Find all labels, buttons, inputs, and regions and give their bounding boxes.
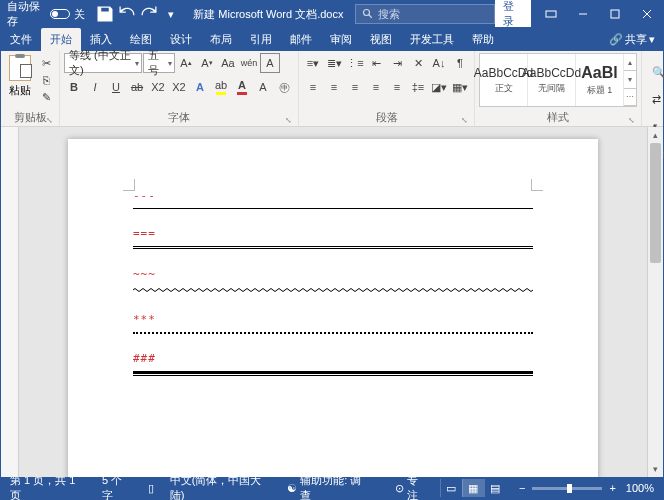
bullets-icon[interactable]: ≡▾ — [303, 53, 323, 73]
save-icon[interactable] — [95, 4, 115, 24]
text-line: === — [133, 227, 533, 240]
replace-icon: ⇄ — [652, 93, 661, 106]
bold-icon[interactable]: B — [64, 77, 84, 97]
word-count[interactable]: 5 个字 — [99, 473, 135, 500]
maximize-icon[interactable] — [599, 1, 631, 27]
font-size-combo[interactable]: 五号▾ — [143, 53, 175, 73]
increase-indent-icon[interactable]: ⇥ — [387, 53, 407, 73]
border-wavy — [133, 287, 533, 293]
vertical-ruler[interactable] — [1, 127, 19, 477]
decrease-indent-icon[interactable]: ⇤ — [366, 53, 386, 73]
text-effects-icon[interactable]: A — [190, 77, 210, 97]
view-buttons: ▭ ▦ ▤ — [440, 479, 506, 497]
read-mode-icon[interactable]: ▭ — [440, 479, 462, 497]
accessibility-indicator[interactable]: ☯ 辅助功能: 调查 — [284, 473, 371, 500]
style-heading1[interactable]: AaBl标题 1 — [576, 54, 624, 106]
style-normal[interactable]: AaBbCcDd正文 — [480, 54, 528, 106]
phonetic-guide-icon[interactable]: wén — [239, 53, 259, 73]
zoom-slider[interactable] — [532, 487, 602, 490]
grow-font-icon[interactable]: A▴ — [176, 53, 196, 73]
char-border-icon[interactable]: A — [260, 53, 280, 73]
line-spacing-icon[interactable]: ‡≡ — [408, 77, 428, 97]
spell-check-icon[interactable]: ▯ — [145, 482, 157, 495]
launcher-icon[interactable]: ⤡ — [46, 116, 53, 125]
share-button[interactable]: 🔗 共享 ▾ — [601, 28, 663, 51]
launcher-icon[interactable]: ⤡ — [628, 116, 635, 125]
close-icon[interactable] — [631, 1, 663, 27]
svg-point-0 — [364, 10, 370, 16]
undo-icon[interactable] — [117, 4, 137, 24]
tab-developer[interactable]: 开发工具 — [401, 28, 463, 51]
shading-icon[interactable]: ◪▾ — [429, 77, 449, 97]
redo-icon[interactable] — [139, 4, 159, 24]
show-marks-icon[interactable]: ¶ — [450, 53, 470, 73]
tab-layout[interactable]: 布局 — [201, 28, 241, 51]
sort-icon[interactable]: A↓ — [429, 53, 449, 73]
borders-icon[interactable]: ▦▾ — [450, 77, 470, 97]
tab-file[interactable]: 文件 — [1, 28, 41, 51]
page-indicator[interactable]: 第 1 页，共 1 页 — [7, 473, 89, 500]
workspace: --- === ~~~ *** ### ▴ ▾ — [1, 127, 663, 477]
enclose-char-icon[interactable]: ㊥ — [274, 77, 294, 97]
align-right-icon[interactable]: ≡ — [345, 77, 365, 97]
font-name-combo[interactable]: 等线 (中文正文)▾ — [64, 53, 142, 73]
web-layout-icon[interactable]: ▤ — [484, 479, 506, 497]
numbering-icon[interactable]: ≣▾ — [324, 53, 344, 73]
subscript-icon[interactable]: X2 — [148, 77, 168, 97]
text-line: --- — [133, 189, 533, 202]
vertical-scrollbar[interactable]: ▴ ▾ — [647, 127, 663, 477]
search-input[interactable]: 搜索 — [355, 4, 494, 24]
page[interactable]: --- === ~~~ *** ### — [68, 139, 598, 477]
minimize-icon[interactable] — [567, 1, 599, 27]
shrink-font-icon[interactable]: A▾ — [197, 53, 217, 73]
style-nospacing[interactable]: AaBbCcDd无间隔 — [528, 54, 576, 106]
superscript-icon[interactable]: X2 — [169, 77, 189, 97]
qat-customize-icon[interactable]: ▾ — [161, 4, 181, 24]
italic-icon[interactable]: I — [85, 77, 105, 97]
align-left-icon[interactable]: ≡ — [303, 77, 323, 97]
ribbon: 粘贴 ✂ ⎘ ✎ 剪贴板⤡ 等线 (中文正文)▾ 五号▾ A▴ A▾ Aa wé… — [1, 51, 663, 127]
zoom-level[interactable]: 100% — [623, 482, 657, 494]
multilevel-icon[interactable]: ⋮≡ — [345, 53, 365, 73]
asian-layout-icon[interactable]: ✕ — [408, 53, 428, 73]
tab-mailings[interactable]: 邮件 — [281, 28, 321, 51]
replace-button[interactable]: ⇄替换 — [648, 90, 664, 109]
font-color-icon[interactable]: A — [232, 77, 252, 97]
change-case-icon[interactable]: Aa — [218, 53, 238, 73]
align-center-icon[interactable]: ≡ — [324, 77, 344, 97]
scroll-down-icon[interactable]: ▾ — [648, 461, 663, 477]
strikethrough-icon[interactable]: ab — [127, 77, 147, 97]
scroll-up-icon[interactable]: ▴ — [648, 127, 663, 143]
launcher-icon[interactable]: ⤡ — [461, 116, 468, 125]
zoom-in-icon[interactable]: + — [606, 482, 618, 494]
tab-help[interactable]: 帮助 — [463, 28, 503, 51]
launcher-icon[interactable]: ⤡ — [285, 116, 292, 125]
zoom-out-icon[interactable]: − — [516, 482, 528, 494]
cut-icon[interactable]: ✂ — [37, 55, 55, 71]
justify-icon[interactable]: ≡ — [366, 77, 386, 97]
underline-icon[interactable]: U — [106, 77, 126, 97]
group-label-paragraph: 段落⤡ — [303, 109, 470, 126]
focus-mode[interactable]: ⊙ 专注 — [392, 473, 430, 500]
find-button[interactable]: 🔍查找 ▾ — [648, 55, 664, 89]
document-title: 新建 Microsoft Word 文档.docx — [185, 7, 351, 22]
format-painter-icon[interactable]: ✎ — [37, 89, 55, 105]
char-shading-icon[interactable]: A — [253, 77, 273, 97]
copy-icon[interactable]: ⎘ — [37, 72, 55, 88]
document-area[interactable]: --- === ~~~ *** ### — [19, 127, 647, 477]
tab-review[interactable]: 审阅 — [321, 28, 361, 51]
highlight-icon[interactable]: ab — [211, 77, 231, 97]
tab-view[interactable]: 视图 — [361, 28, 401, 51]
autosave-toggle[interactable]: 自动保存 关 — [1, 0, 91, 29]
paste-button[interactable]: 粘贴 — [5, 53, 35, 100]
tab-references[interactable]: 引用 — [241, 28, 281, 51]
tab-design[interactable]: 设计 — [161, 28, 201, 51]
print-layout-icon[interactable]: ▦ — [462, 479, 484, 497]
scroll-thumb[interactable] — [650, 143, 661, 263]
style-scroll[interactable]: ▴▾⋯ — [624, 54, 636, 106]
ribbon-display-icon[interactable] — [535, 1, 567, 27]
svg-rect-2 — [546, 11, 556, 17]
distributed-icon[interactable]: ≡ — [387, 77, 407, 97]
svg-rect-4 — [611, 10, 619, 18]
language-indicator[interactable]: 中文(简体，中国大陆) — [167, 473, 275, 500]
